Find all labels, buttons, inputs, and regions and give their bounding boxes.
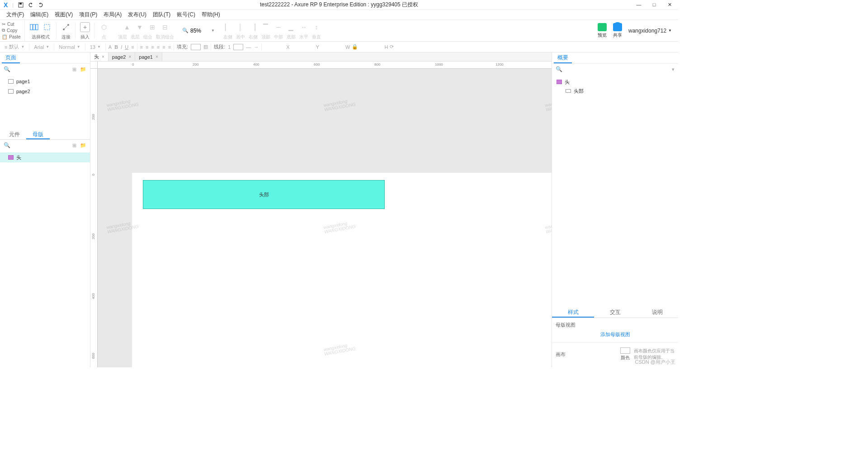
- maximize-icon[interactable]: □: [651, 2, 657, 8]
- select-group: 选择模式: [25, 20, 57, 41]
- menu-help[interactable]: 帮助(H): [199, 10, 223, 19]
- close-tab-icon[interactable]: ×: [156, 54, 158, 59]
- canvas-tab-page2[interactable]: page2×: [108, 52, 135, 61]
- pos-x-input[interactable]: [266, 44, 284, 50]
- menu-view[interactable]: 视图(V): [52, 10, 75, 19]
- left-panel: 页面 🔍 ⊞📁 page1 page2 元件 母版 🔍 ⊞📁 头: [0, 52, 90, 367]
- redo-icon[interactable]: [38, 2, 43, 8]
- menu-publish[interactable]: 发布(U): [125, 10, 149, 19]
- page-area[interactable]: 头部 wangxidongWANGXIDONG wangxidongWANGXI…: [98, 69, 552, 367]
- svg-rect-3: [33, 24, 35, 30]
- menu-file[interactable]: 文件(F): [4, 10, 27, 19]
- widgets-tab[interactable]: 元件: [3, 129, 26, 139]
- fill-image-icon[interactable]: ▨: [203, 44, 208, 50]
- save-icon[interactable]: [18, 2, 24, 8]
- chevron-down-icon[interactable]: ▼: [211, 28, 215, 33]
- page-item-page1[interactable]: page1: [0, 76, 90, 86]
- add-master-view-link[interactable]: 添加母版视图: [556, 328, 675, 341]
- page-icon: [8, 89, 14, 94]
- bold-icon[interactable]: B: [114, 44, 118, 50]
- group-icon: ⊞: [147, 22, 157, 32]
- menu-edit[interactable]: 编辑(E): [28, 10, 51, 19]
- top-layer-icon: ▲: [122, 22, 132, 32]
- share-button[interactable]: 共享: [613, 23, 622, 38]
- align-top-text-icon[interactable]: ≡: [157, 44, 160, 50]
- add-folder-icon[interactable]: 📁: [80, 142, 86, 148]
- rotate-icon[interactable]: ⟳: [390, 44, 394, 50]
- tab-notes[interactable]: 说明: [636, 306, 678, 318]
- close-tab-icon[interactable]: ×: [128, 54, 131, 59]
- size-select[interactable]: 13▼: [88, 44, 103, 50]
- page-icon: [8, 79, 14, 84]
- main-toolbar: ✂Cut ⧉Copy 📋Paste 选择模式 连接 + 插入 ⬡ 点 ▲ ▼ ⊞…: [0, 20, 678, 42]
- size-h-input[interactable]: [364, 44, 382, 50]
- select-mode-icon[interactable]: [29, 22, 39, 32]
- master-icon: [557, 80, 562, 84]
- tab-style[interactable]: 样式: [552, 306, 594, 318]
- menu-layout[interactable]: 布局(A): [101, 10, 124, 19]
- page-item-page2[interactable]: page2: [0, 86, 90, 96]
- add-page-icon[interactable]: ⊞: [72, 66, 76, 72]
- fill-swatch[interactable]: [191, 44, 201, 50]
- preview-button[interactable]: 预览: [598, 23, 607, 38]
- line-swatch[interactable]: [233, 44, 243, 50]
- right-panel: 概要 🔍 ▾ 头 头部 样式 交互 说明 母版视图 添加母版视图 画布 颜色: [552, 52, 678, 367]
- color-icon[interactable]: A: [108, 44, 112, 50]
- select-contained-icon[interactable]: [42, 22, 52, 32]
- master-item-head[interactable]: 头: [0, 152, 90, 162]
- undo-icon[interactable]: [28, 2, 33, 8]
- bullets-icon[interactable]: ≡: [131, 44, 134, 50]
- align-mid-text-icon[interactable]: ≡: [162, 44, 165, 50]
- lock-icon[interactable]: 🔒: [352, 44, 358, 50]
- add-master-icon[interactable]: ⊞: [72, 142, 76, 148]
- masters-tab[interactable]: 母版: [26, 129, 50, 139]
- underline-icon[interactable]: U: [125, 44, 128, 50]
- weight-select[interactable]: Normal▼: [57, 44, 82, 50]
- align-middle-icon: ─: [274, 22, 283, 32]
- close-icon[interactable]: ✕: [666, 2, 673, 8]
- add-folder-icon[interactable]: 📁: [80, 66, 86, 72]
- pages-panel-title[interactable]: 页面: [2, 52, 20, 63]
- menu-project[interactable]: 项目(P): [76, 10, 100, 19]
- canvas-tab-head[interactable]: 头×: [90, 52, 108, 61]
- copy-button[interactable]: ⧉Copy: [2, 27, 23, 33]
- outline-search[interactable]: 🔍 ▾: [552, 64, 678, 75]
- outline-item-header-shape[interactable]: 头部: [552, 86, 678, 95]
- canvas-tab-page1[interactable]: page1×: [135, 52, 162, 61]
- align-center-text-icon[interactable]: ≡: [146, 44, 148, 50]
- shape-header[interactable]: 头部: [143, 180, 385, 209]
- line-style-icon[interactable]: —: [246, 44, 251, 50]
- outline-item-head[interactable]: 头: [552, 77, 678, 86]
- font-select[interactable]: Arial▼: [32, 44, 51, 50]
- pos-y-input[interactable]: [296, 44, 314, 50]
- filter-icon[interactable]: ▾: [672, 66, 675, 72]
- ungroup-icon: ⊟: [160, 22, 170, 32]
- connect-icon[interactable]: [61, 22, 71, 32]
- menu-account[interactable]: 账号(C): [174, 10, 198, 19]
- canvas[interactable]: 0 200 400 600 800 1000 1200 200 0 200 40…: [90, 62, 552, 367]
- line-width[interactable]: 1: [228, 44, 231, 50]
- outline-title[interactable]: 概要: [554, 52, 572, 63]
- align-left-icon: ▏: [223, 22, 233, 32]
- tab-interactions[interactable]: 交互: [594, 306, 636, 318]
- zoom-control[interactable]: 🔍 ▼: [179, 20, 218, 41]
- align-right-text-icon[interactable]: ≡: [151, 44, 154, 50]
- cut-button[interactable]: ✂Cut: [2, 21, 23, 27]
- style-select[interactable]: ≡默认▼: [3, 43, 26, 50]
- close-tab-icon[interactable]: ×: [102, 54, 104, 59]
- zoom-input[interactable]: [190, 28, 209, 34]
- size-w-input[interactable]: [326, 44, 344, 50]
- menu-team[interactable]: 团队(T): [150, 10, 173, 19]
- align-left-text-icon[interactable]: ≡: [140, 44, 143, 50]
- align-bot-text-icon[interactable]: ≡: [168, 44, 171, 50]
- preview-icon: [598, 23, 607, 31]
- insert-icon[interactable]: +: [80, 22, 90, 32]
- paste-button[interactable]: 📋Paste: [2, 33, 23, 40]
- masters-search[interactable]: 🔍 ⊞📁: [0, 140, 90, 151]
- italic-icon[interactable]: I: [121, 44, 122, 50]
- arrow-icon[interactable]: →: [254, 44, 259, 50]
- minimize-icon[interactable]: —: [636, 2, 642, 8]
- canvas-color-swatch[interactable]: [620, 347, 630, 354]
- user-menu[interactable]: wangxidong712▼: [628, 28, 672, 34]
- pages-search[interactable]: 🔍 ⊞📁: [0, 64, 90, 75]
